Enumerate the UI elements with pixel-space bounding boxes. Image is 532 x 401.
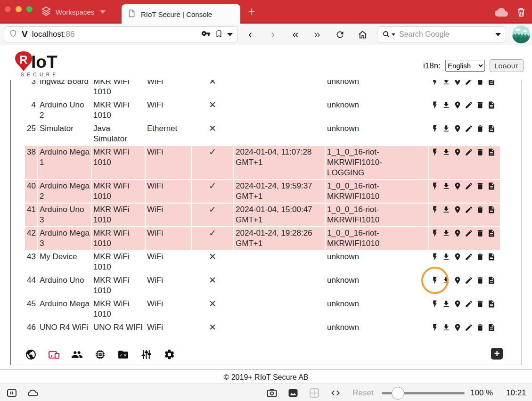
delete-icon[interactable] [476,205,484,214]
log-icon[interactable] [487,276,496,285]
capture-camera-icon[interactable] [266,387,278,399]
search-dropdown-caret-icon[interactable] [495,33,501,36]
delete-icon[interactable] [476,300,484,308]
password-key-icon[interactable] [201,29,211,40]
window-zoom-button[interactable] [26,6,33,12]
log-icon[interactable] [487,253,496,261]
panel-toggle-icon[interactable] [6,387,17,399]
delete-icon[interactable] [476,80,484,86]
log-icon[interactable] [487,182,496,190]
edit-icon[interactable] [465,276,473,285]
search-placeholder[interactable]: Search Google [399,30,491,39]
edit-icon[interactable] [465,229,473,237]
flash-icon[interactable] [431,253,439,261]
delete-icon[interactable] [476,124,484,133]
window-close-button[interactable] [5,6,11,12]
log-icon[interactable] [487,101,496,109]
address-bar[interactable]: V localhost:86 [4,26,238,42]
log-icon[interactable] [487,80,496,86]
location-icon[interactable] [453,323,462,332]
flash-icon[interactable] [431,124,439,133]
edit-icon[interactable] [465,300,473,308]
edit-icon[interactable] [465,253,473,261]
edit-icon[interactable] [465,101,473,109]
download-icon[interactable] [442,253,450,261]
edit-icon[interactable] [465,80,473,86]
flash-icon[interactable] [431,276,439,285]
search-engine-icon[interactable] [382,30,395,39]
home-button[interactable] [355,27,369,41]
url-host[interactable]: localhost [32,30,64,39]
reload-button[interactable] [333,27,347,41]
delete-icon[interactable] [476,276,484,285]
edit-icon[interactable] [465,182,473,190]
sliders-icon[interactable] [140,349,152,360]
forward-button[interactable]: › [266,27,280,41]
gear-icon[interactable] [164,349,175,360]
edit-icon[interactable] [465,124,473,133]
log-icon[interactable] [487,229,496,237]
fast-forward-button[interactable]: » [310,27,324,41]
log-icon[interactable] [487,148,496,156]
flash-icon[interactable] [431,148,439,156]
download-icon[interactable] [442,300,450,308]
zoom-slider-knob[interactable] [392,387,404,400]
log-icon[interactable] [487,205,496,214]
search-field[interactable]: Search Google [377,26,506,42]
download-icon[interactable] [442,276,450,285]
memory-icon[interactable] [94,349,106,360]
flash-icon[interactable] [431,323,439,332]
delete-icon[interactable] [476,101,484,109]
address-dropdown-caret-icon[interactable] [227,33,233,36]
edit-icon[interactable] [465,205,473,214]
devices-icon[interactable] [48,349,60,360]
delete-icon[interactable] [476,182,484,190]
flash-icon[interactable] [431,182,439,190]
delete-icon[interactable] [476,323,484,332]
location-icon[interactable] [453,80,462,86]
rules-folder-icon[interactable]: ✓✕ [117,349,129,360]
edit-icon[interactable] [465,323,473,332]
download-icon[interactable] [442,124,450,133]
log-icon[interactable] [487,323,496,332]
download-icon[interactable] [442,80,450,86]
trash-icon[interactable] [516,7,527,18]
download-icon[interactable] [442,182,450,190]
download-icon[interactable] [442,323,450,332]
flash-icon[interactable] [431,101,439,109]
developer-code-icon[interactable] [330,387,341,399]
download-icon[interactable] [442,148,450,156]
download-icon[interactable] [442,205,450,214]
shield-icon[interactable] [9,29,17,40]
sync-status-cloud-icon[interactable] [27,387,39,399]
download-icon[interactable] [442,229,450,237]
workspaces-button[interactable]: Workspaces [41,5,106,19]
location-icon[interactable] [453,253,462,261]
edit-icon[interactable] [465,148,473,156]
location-icon[interactable] [453,124,462,133]
location-icon[interactable] [453,276,462,285]
log-icon[interactable] [487,124,496,133]
location-icon[interactable] [453,300,462,308]
location-icon[interactable] [453,101,462,109]
url-port[interactable]: :86 [64,30,75,39]
bookmark-icon[interactable] [215,30,223,40]
sync-cloud-icon[interactable] [495,7,508,18]
profile-avatar[interactable] [512,25,530,43]
zoom-reset-button[interactable]: Reset [352,388,373,398]
add-device-button[interactable]: + [491,348,503,360]
logout-button[interactable]: Logout [490,59,524,72]
log-icon[interactable] [487,300,496,308]
tiling-grid-icon[interactable] [309,387,320,399]
location-icon[interactable] [453,148,462,156]
language-select[interactable]: English [445,60,485,72]
download-icon[interactable] [442,101,450,109]
globe-icon[interactable] [25,349,37,360]
browser-tab-active[interactable]: RIoT Secure | Console [122,4,240,25]
location-icon[interactable] [453,205,462,214]
page-actions-image-icon[interactable] [287,387,299,399]
flash-icon[interactable] [431,205,439,214]
location-icon[interactable] [453,182,462,190]
rewind-button[interactable]: « [288,27,303,41]
flash-icon[interactable] [431,229,439,237]
